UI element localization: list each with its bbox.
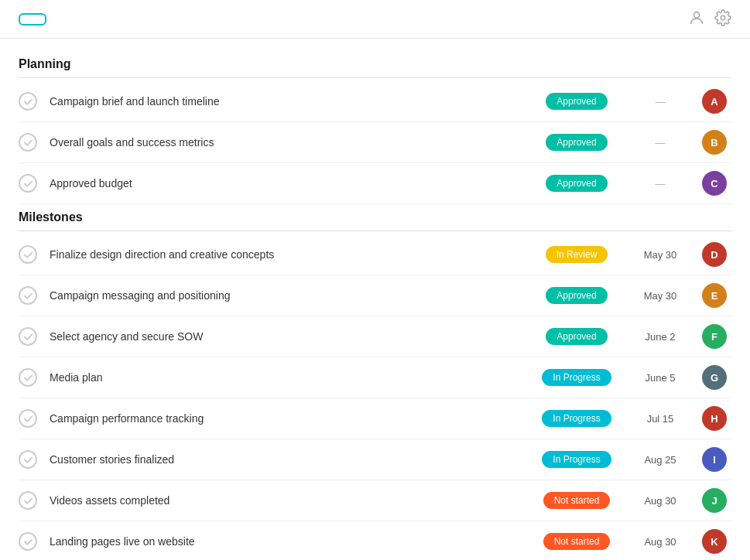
task-name: Campaign brief and launch timeline — [50, 95, 530, 108]
main-content: PlanningCampaign brief and launch timeli… — [0, 39, 750, 560]
avatar: D — [697, 242, 731, 267]
header-icons — [688, 9, 731, 29]
status-badge-label: Approved — [546, 93, 607, 110]
status-badge[interactable]: Approved — [530, 175, 623, 192]
table-row: Approved budgetApproved—C — [19, 163, 731, 204]
task-name: Select agency and secure SOW — [50, 330, 530, 343]
avatar: J — [697, 488, 731, 513]
due-date: Jul 15 — [629, 413, 691, 425]
due-date: May 30 — [629, 249, 691, 261]
status-badge[interactable]: In Progress — [530, 369, 623, 386]
task-check-icon[interactable] — [19, 450, 37, 469]
table-row: Overall goals and success metricsApprove… — [19, 122, 731, 163]
task-name: Finalize design direction and creative c… — [50, 248, 530, 261]
task-check-icon[interactable] — [19, 532, 37, 551]
header — [0, 0, 750, 39]
add-task-button[interactable] — [19, 13, 46, 26]
table-row: Select agency and secure SOWApprovedJune… — [19, 316, 731, 357]
svg-point-0 — [693, 12, 699, 18]
status-badge[interactable]: Approved — [530, 93, 623, 110]
avatar: G — [697, 365, 731, 390]
status-badge-label: In Progress — [542, 410, 611, 427]
status-badge-label: In Review — [546, 246, 608, 263]
task-check-icon[interactable] — [19, 286, 37, 305]
status-badge[interactable]: In Review — [530, 246, 623, 263]
user-icon[interactable] — [688, 9, 705, 29]
section-divider — [19, 230, 731, 231]
avatar: K — [697, 529, 731, 554]
due-date: — — [629, 178, 691, 190]
status-badge-label: Not started — [543, 533, 611, 550]
table-row: Videos assets completedNot startedAug 30… — [19, 480, 731, 521]
due-date: June 2 — [629, 331, 691, 343]
table-row: Landing pages live on websiteNot started… — [19, 521, 731, 560]
task-name: Customer stories finalized — [50, 453, 530, 466]
status-badge[interactable]: In Progress — [530, 451, 623, 468]
avatar: F — [697, 324, 731, 349]
task-check-icon[interactable] — [19, 92, 37, 111]
table-row: Customer stories finalizedIn ProgressAug… — [19, 439, 731, 480]
task-check-icon[interactable] — [19, 327, 37, 346]
avatar: C — [697, 171, 731, 196]
status-badge[interactable]: Approved — [530, 134, 623, 151]
avatar: I — [697, 447, 731, 472]
task-name: Approved budget — [50, 177, 530, 190]
status-badge[interactable]: In Progress — [530, 410, 623, 427]
status-badge-label: In Progress — [542, 369, 611, 386]
status-badge[interactable]: Approved — [530, 287, 623, 304]
due-date: June 5 — [629, 372, 691, 384]
header-columns — [512, 9, 731, 29]
task-check-icon[interactable] — [19, 491, 37, 510]
avatar: B — [697, 130, 731, 155]
status-badge-label: Approved — [546, 175, 607, 192]
table-row: Campaign performance trackingIn Progress… — [19, 398, 731, 439]
status-badge[interactable]: Not started — [530, 492, 623, 509]
avatar: H — [697, 406, 731, 431]
task-name: Landing pages live on website — [50, 535, 530, 548]
status-badge-label: In Progress — [542, 451, 611, 468]
due-date: — — [629, 137, 691, 149]
status-badge-label: Not started — [543, 492, 611, 509]
table-row: Campaign messaging and positioningApprov… — [19, 275, 731, 316]
task-name: Overall goals and success metrics — [50, 136, 530, 149]
status-badge[interactable]: Approved — [530, 328, 623, 345]
section-divider — [19, 77, 731, 78]
due-date: — — [629, 96, 691, 108]
task-check-icon[interactable] — [19, 368, 37, 387]
task-name: Media plan — [50, 371, 530, 384]
task-check-icon[interactable] — [19, 174, 37, 193]
due-date: Aug 30 — [629, 495, 691, 507]
task-name: Campaign performance tracking — [50, 412, 530, 425]
due-date: Aug 25 — [629, 454, 691, 466]
table-row: Finalize design direction and creative c… — [19, 234, 731, 275]
table-row: Media planIn ProgressJune 5G — [19, 357, 731, 398]
task-check-icon[interactable] — [19, 133, 37, 152]
avatar: A — [697, 89, 731, 114]
section-title: Milestones — [19, 210, 731, 224]
status-badge-label: Approved — [546, 287, 607, 304]
svg-point-1 — [721, 15, 725, 20]
section-title: Planning — [19, 57, 731, 71]
avatar: E — [697, 283, 731, 308]
status-badge-label: Approved — [546, 328, 607, 345]
status-badge[interactable]: Not started — [530, 533, 623, 550]
table-row: Campaign brief and launch timelineApprov… — [19, 81, 731, 122]
task-check-icon[interactable] — [19, 409, 37, 428]
task-name: Campaign messaging and positioning — [50, 289, 530, 302]
task-check-icon[interactable] — [19, 245, 37, 264]
status-badge-label: Approved — [546, 134, 607, 151]
due-date: Aug 30 — [629, 536, 691, 548]
due-date: May 30 — [629, 290, 691, 302]
task-name: Videos assets completed — [50, 494, 530, 507]
settings-icon[interactable] — [714, 9, 731, 29]
